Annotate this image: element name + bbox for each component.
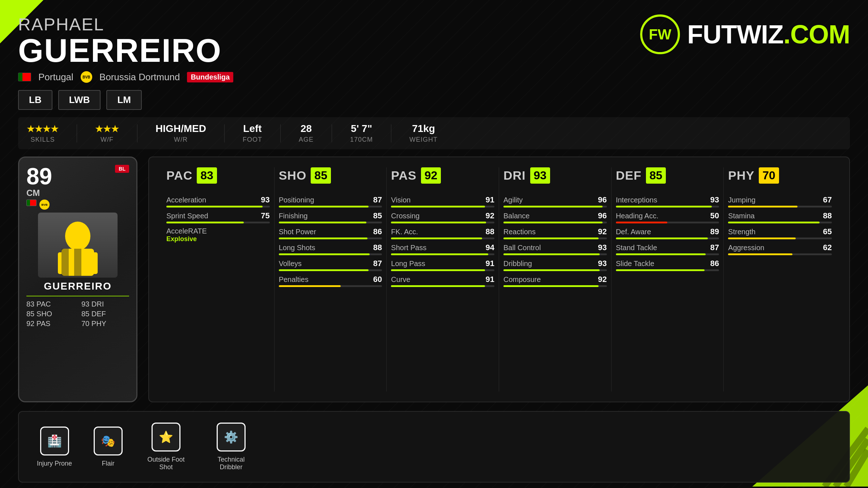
trait-icon: ⚙️ [217,423,246,451]
player-last-name: GUERREIRO [18,34,233,67]
trait-icon: ⭐ [152,423,180,451]
stat-row: Long Shots88 [279,243,382,255]
stat-value: 91 [484,275,494,284]
club-name: Borussia Dortmund [99,72,180,83]
logo-icon: FW [649,26,671,43]
stat-name: Short Pass [391,244,438,252]
stat-name: Curve [391,275,438,284]
stat-row: Jumping67 [728,195,832,207]
card-club-badge: BVB [39,200,50,210]
trait-label: Outside Foot Shot [144,456,188,471]
stat-column-def: DEF85Interceptions93Heading Acc.50Def. A… [612,167,724,391]
trait-label: Injury Prone [37,460,72,467]
stat-row: Agility96 [503,195,607,207]
player-first-name: RAPHAEL [18,14,233,34]
stat-name: Finishing [279,212,326,220]
cat-name-pas: PAS [391,168,416,183]
card-player-name: GUERREIRO [44,281,112,292]
stat-value: 88 [372,243,382,252]
skills-label: SKILLS [30,136,55,144]
player-card: 89 CM BVB BL [18,157,137,402]
stat-name: Heading Acc. [616,212,663,220]
cat-name-phy: PHY [728,168,754,183]
stat-value: 65 [822,227,832,236]
stat-value: 87 [372,195,382,205]
foot-label: FOOT [243,136,262,144]
stat-row: Dribbling93 [503,259,607,271]
position-lb[interactable]: LB [18,90,52,110]
stat-value: 62 [822,243,832,252]
stat-row: Stamina88 [728,211,832,223]
futwiz-logo-circle: FW [640,14,680,54]
stat-name: Interceptions [616,196,663,204]
stat-name: Ball Control [503,244,550,252]
stat-value: 89 [709,227,719,236]
cat-name-dri: DRI [503,168,526,183]
trait-item: 🎭Flair [94,427,123,467]
card-stat-phy: 70 PHY [81,320,129,328]
stat-value: 88 [484,227,494,236]
stat-value: 91 [484,195,494,205]
weight-label: WEIGHT [409,136,438,144]
stat-row: FK. Acc.88 [391,227,494,239]
skills-value: ★★★★ [27,123,59,134]
stat-column-pac: PAC83Acceleration93Sprint Speed75AcceleR… [162,167,275,391]
card-stat-pac: 83 PAC [26,300,74,308]
accel-rate-label: Explosive [166,235,270,243]
height-value: 5' 7" [351,123,372,134]
stat-value: 93 [597,243,607,252]
cat-value-sho: 85 [311,167,331,184]
stats-section: PAC83Acceleration93Sprint Speed75AcceleR… [148,157,850,402]
stat-name: Balance [503,212,550,220]
stat-name: Strength [728,228,775,236]
stat-name: Acceleration [166,196,213,204]
stat-value: 87 [372,259,382,268]
stat-row: Interceptions93 [616,195,719,207]
stat-name: Long Shots [279,244,326,252]
cat-name-pac: PAC [166,168,192,183]
nationality-label: Portugal [38,72,73,83]
trait-icon: 🏥 [40,427,69,455]
svg-rect-8 [89,252,98,274]
stat-row: Stand Tackle87 [616,243,719,255]
stat-value: 93 [260,195,270,205]
stat-row: Penalties60 [279,275,382,287]
cat-value-pas: 92 [421,167,441,184]
stat-value: 92 [597,275,607,284]
stat-value: 85 [372,211,382,221]
card-flag [26,200,37,206]
card-rating: 89 [26,165,52,188]
trait-item: 🏥Injury Prone [37,427,72,467]
card-stat-sho: 85 SHO [26,310,74,318]
card-position: CM [26,188,52,198]
cat-value-phy: 70 [759,167,779,184]
stat-row: Slide Tackle86 [616,259,719,271]
svg-point-5 [65,222,90,251]
stat-column-sho: SHO85Positioning87Finishing85Shot Power8… [275,167,387,391]
cat-name-def: DEF [616,168,642,183]
stat-name: Sprint Speed [166,212,213,220]
stat-row: Shot Power86 [279,227,382,239]
position-lwb[interactable]: LWB [58,90,101,110]
position-lm[interactable]: LM [106,90,142,110]
stat-row: Reactions92 [503,227,607,239]
traits-section: 🏥Injury Prone🎭Flair⭐Outside Foot Shot⚙️T… [18,411,850,483]
stat-value: 96 [597,211,607,221]
stat-value: 87 [709,243,719,252]
wf-value: ★★★ [95,123,119,134]
stat-name: Jumping [728,196,775,204]
height-label: 170CM [350,136,373,144]
cat-value-def: 85 [646,167,666,184]
svg-rect-10 [74,249,81,276]
trait-icon: 🎭 [94,427,123,455]
card-stats-grid: 83 PAC 93 DRI 85 SHO 85 DEF 92 PAS 70 PH… [26,296,129,328]
stat-row: Volleys87 [279,259,382,271]
stat-name: Volleys [279,260,326,268]
stat-value: 96 [597,195,607,205]
weight-value: 71kg [412,123,435,134]
stat-row: Aggression62 [728,243,832,255]
wr-value: HIGH/MED [156,123,206,134]
stat-column-pas: PAS92Vision91Crossing92FK. Acc.88Short P… [387,167,499,391]
stat-value: 86 [372,227,382,236]
stat-column-phy: PHY70Jumping67Stamina88Strength65Aggress… [724,167,836,391]
